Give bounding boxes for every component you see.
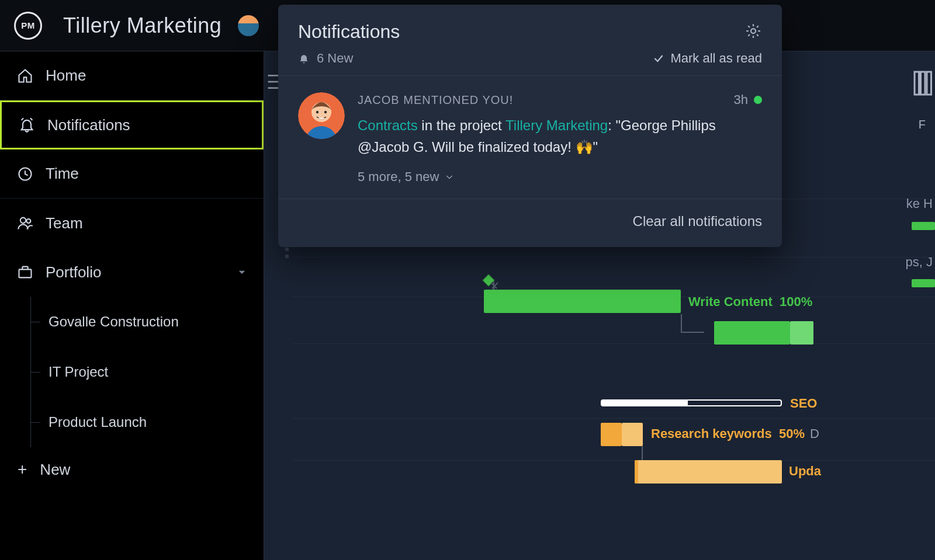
clear-all-button[interactable]: Clear all notifications (633, 213, 762, 229)
team-icon (16, 214, 34, 232)
svg-point-4 (20, 218, 26, 223)
plus-icon: + (18, 460, 27, 479)
assignee-fragment: ke H (906, 196, 933, 211)
logo-text: PM (21, 20, 35, 30)
svg-point-13 (316, 111, 318, 113)
sidebar-item-team[interactable]: Team (0, 199, 264, 248)
gantt-bar-research[interactable] (601, 423, 622, 446)
sidebar-new-button[interactable]: + New (0, 447, 264, 492)
expand-more-button[interactable]: 5 more, 5 new (358, 169, 762, 185)
sidebar-item-label: Notifications (47, 116, 130, 134)
gantt-bar-progress (790, 321, 813, 345)
svg-rect-9 (927, 72, 931, 95)
svg-rect-8 (921, 72, 926, 95)
portfolio-item[interactable]: Product Launch (30, 397, 264, 447)
svg-point-14 (324, 111, 327, 113)
home-icon (16, 67, 34, 85)
gantt-bar[interactable] (912, 279, 935, 287)
svg-point-5 (26, 219, 30, 223)
portfolio-children: Govalle Construction IT Project Product … (0, 297, 264, 447)
expand-more-label: 5 more, 5 new (358, 169, 439, 185)
bell-icon (298, 52, 310, 65)
bar-label: SEO (790, 396, 817, 411)
new-count: 6 New (298, 51, 353, 66)
new-count-label: 6 New (317, 51, 353, 66)
notification-item[interactable]: JACOB MENTIONED YOU! 3h Contracts in the… (278, 76, 782, 199)
portfolio-item[interactable]: IT Project (30, 347, 264, 397)
portfolio-item[interactable]: Govalle Construction (30, 297, 264, 347)
notification-time: 3h (734, 92, 762, 107)
bar-label: Upda (789, 464, 821, 479)
timeline-ruler-icon[interactable] (913, 70, 934, 96)
sidebar-item-label: New (40, 461, 70, 479)
link-contracts[interactable]: Contracts (358, 117, 418, 133)
day-label: F (919, 118, 926, 131)
user-avatar[interactable] (238, 15, 259, 36)
portfolio-item-label: IT Project (49, 364, 108, 380)
chevron-down-icon (237, 263, 247, 281)
briefcase-icon (16, 263, 34, 281)
bar-label: Write Content 100% (688, 294, 812, 309)
gantt-bar-progress (622, 423, 643, 446)
sidebar-item-label: Team (46, 214, 83, 232)
sidebar-item-home[interactable]: Home (0, 51, 264, 100)
gantt-bar[interactable] (912, 222, 935, 230)
bar-label: Research keywords 50% (651, 426, 805, 441)
notification-body: JACOB MENTIONED YOU! 3h Contracts in the… (358, 92, 762, 185)
chevron-down-icon (445, 172, 454, 182)
sidebar-item-time[interactable]: Time (0, 149, 264, 199)
popover-title: Notifications (298, 21, 400, 43)
assignee-fragment: ps, J (906, 255, 933, 270)
popover-header: Notifications 6 New Mark all as read (278, 5, 782, 76)
sidebar-item-notifications[interactable]: Notifications (0, 100, 264, 149)
sidebar-item-label: Home (46, 67, 86, 85)
popover-footer: Clear all notifications (278, 199, 782, 247)
sidebar-item-label: Portfolio (46, 263, 101, 281)
assignee-fragment: D (810, 426, 819, 441)
check-icon (653, 53, 664, 64)
settings-button[interactable] (744, 22, 762, 42)
summary-progress[interactable] (601, 399, 782, 406)
svg-rect-7 (915, 72, 919, 95)
gantt-bar[interactable] (714, 321, 790, 345)
notifications-popover: Notifications 6 New Mark all as read (278, 5, 782, 247)
sidebar: Home Notifications Time Team Portfolio G… (0, 51, 264, 560)
portfolio-item-label: Govalle Construction (49, 314, 179, 330)
portfolio-item-label: Product Launch (49, 414, 147, 430)
gantt-bar-progress (635, 460, 638, 484)
app-logo[interactable]: PM (14, 12, 42, 40)
clock-icon (16, 165, 34, 183)
link-project[interactable]: Tillery Marketing (505, 117, 608, 133)
mark-all-label: Mark all as read (670, 51, 762, 66)
notification-heading: JACOB MENTIONED YOU! (358, 93, 513, 107)
notification-avatar (298, 92, 345, 139)
svg-point-10 (751, 29, 756, 33)
gear-icon (744, 22, 762, 40)
sidebar-item-label: Time (46, 165, 79, 183)
unread-dot-icon (754, 96, 762, 104)
project-title[interactable]: Tillery Marketing (63, 13, 221, 38)
mark-all-read-button[interactable]: Mark all as read (653, 51, 762, 66)
sidebar-item-portfolio[interactable]: Portfolio (0, 248, 264, 297)
bell-icon (18, 116, 36, 134)
gantt-bar-write-content[interactable] (484, 290, 681, 313)
notification-text: Contracts in the project Tillery Marketi… (358, 114, 762, 158)
gantt-bar-upda[interactable] (635, 460, 782, 484)
svg-rect-6 (19, 269, 32, 277)
